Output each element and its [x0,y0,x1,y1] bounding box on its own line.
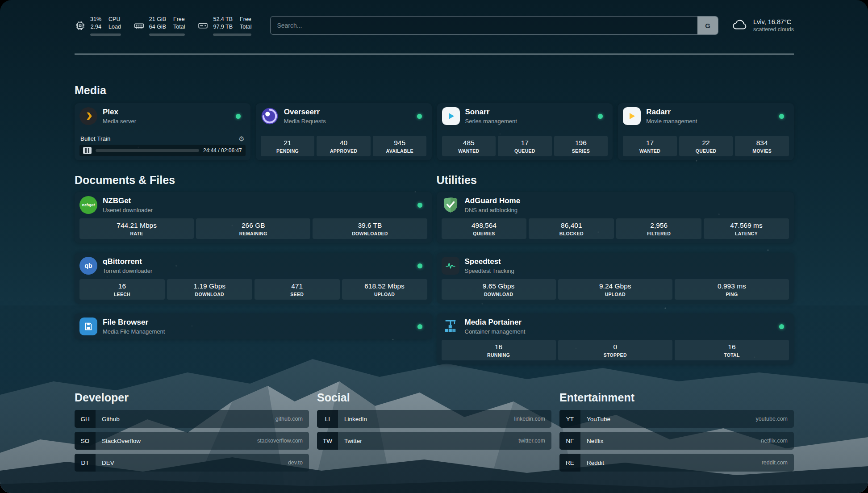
status-dot [417,263,422,268]
now-playing-title: Bullet Train [80,135,111,142]
stat-label: APPROVED [318,148,369,154]
cpu-monitor: 31% CPU 2.94 Load [75,16,121,36]
bookmark-row-netflix[interactable]: NF Netflix netflix.com [559,432,794,450]
bookmark-name: Reddit [580,454,604,472]
stat-blocked: 86,401 BLOCKED [529,218,614,239]
stat-ping: 0.993 ms PING [675,279,789,300]
stat-label: LATENCY [705,231,787,236]
stat-filtered: 2,956 FILTERED [616,218,701,239]
bookmark-row-dev[interactable]: DT DEV dev.to [75,454,309,472]
bookmark-abbr: SO [75,432,96,450]
service-card-filebrowser[interactable]: File Browser Media File Management [75,313,432,339]
service-title: AdGuard Home [465,196,521,205]
service-title: qBittorrent [103,257,152,266]
stat-label: QUEUED [500,148,550,154]
stat-queued: 22 QUEUED [679,136,733,156]
stat-series: 196 SERIES [554,136,608,156]
stat-value: 485 [444,139,494,147]
bookmark-abbr: RE [559,454,580,472]
service-card-adguard[interactable]: AdGuard Home DNS and adblocking 498,564 … [437,192,794,243]
bookmark-row-reddit[interactable]: RE Reddit reddit.com [559,454,794,472]
service-card-portainer[interactable]: Media Portainer Container management 16 … [437,313,794,364]
stat-wanted: 17 WANTED [623,136,677,156]
stat-value: 16 [443,343,554,351]
stat-value: 9.65 Gbps [443,282,554,290]
service-title: Radarr [646,108,697,117]
stat-latency: 47.569 ms LATENCY [704,218,789,239]
stat-value: 945 [375,139,425,147]
service-card-speedtest[interactable]: Speedtest Speedtest Tracking 9.65 Gbps D… [437,253,794,304]
stat-label: STOPPED [560,352,671,358]
bookmark-row-stackoverflow[interactable]: SO StackOverflow stackoverflow.com [75,432,309,450]
status-dot [779,324,784,329]
search-bar: G [270,16,718,35]
stat-value: 1.19 Gbps [169,282,250,290]
weather-location: Lviv, 16.87°C [753,18,794,25]
stat-remaining: 266 GB REMAINING [196,218,310,239]
status-dot [236,114,241,119]
weather-condition: scattered clouds [753,26,794,33]
bookmark-abbr: YT [559,410,580,428]
section-documents: Documents & Files nzbget NZBGet Usenet d… [75,174,432,364]
bookmark-abbr: TW [317,432,338,450]
bookmark-row-linkedin[interactable]: LI LinkedIn linkedin.com [317,410,551,428]
cpu-usage-value: 31% [90,16,101,24]
gear-icon[interactable]: ⚙ [238,135,244,142]
stat-leech: 16 LEECH [79,279,165,300]
stat-total: 16 TOTAL [675,340,789,360]
plex-icon [79,107,97,125]
speedtest-icon [442,257,459,275]
bookmark-abbr: DT [75,454,96,472]
overseerr-icon [261,107,279,125]
stat-value: 40 [318,139,369,147]
stat-wanted: 485 WANTED [442,136,496,156]
bookmark-name: DEV [96,454,114,472]
disk-free-value: 52.4 TB [213,16,233,24]
service-title: Speedtest [465,257,514,266]
service-subtitle: Media File Management [103,328,165,335]
topbar-divider [75,54,794,54]
memory-total-label: Total [173,23,185,31]
section-utilities: Utilities [437,174,794,364]
stat-label: SERIES [556,148,606,154]
stat-label: WANTED [444,148,494,154]
cpu-usage-label: CPU [108,16,121,24]
stat-label: AVAILABLE [375,148,425,154]
stat-value: 22 [681,139,731,147]
stat-value: 9.24 Gbps [560,282,671,290]
filebrowser-icon [79,318,97,335]
topbar: 31% CPU 2.94 Load 21 [75,14,794,37]
disk-monitor: 52.4 TB Free 97.9 TB Total [197,16,251,36]
stat-value: 834 [737,139,787,147]
status-dot [417,324,422,329]
bookmark-row-youtube[interactable]: YT YouTube youtube.com [559,410,794,428]
bookmark-group-developer: Developer GH Github github.com SO StackO… [75,391,309,472]
pause-icon[interactable] [83,147,92,154]
service-subtitle: Media Requests [284,118,326,125]
stat-download: 1.19 Gbps DOWNLOAD [167,279,252,300]
memory-icon [134,20,145,31]
disk-usage-bar [213,33,251,36]
service-card-plex[interactable]: Plex Media server Bullet Train ⚙ [75,103,250,160]
stat-label: UPLOAD [560,292,671,297]
stat-value: 39.6 TB [314,221,425,230]
service-card-sonarr[interactable]: Sonarr Series management 485 WANTED 17 Q… [437,103,613,160]
stat-queries: 498,564 QUERIES [442,218,527,239]
bookmark-row-twitter[interactable]: TW Twitter twitter.com [317,432,551,450]
service-card-radarr[interactable]: Radarr Movie management 17 WANTED 22 QUE… [618,103,794,160]
stat-label: DOWNLOADED [314,231,425,236]
stat-label: DOWNLOAD [443,292,554,297]
search-provider-button[interactable]: G [697,17,718,34]
stat-label: PENDING [263,148,313,154]
stat-movies: 834 MOVIES [735,136,789,156]
nzbget-icon: nzbget [79,196,97,214]
service-card-overseerr[interactable]: Overseerr Media Requests 21 PENDING 40 A… [256,103,432,160]
status-dot [417,114,422,119]
section-heading-social: Social [317,391,551,404]
bookmark-row-github[interactable]: GH Github github.com [75,410,309,428]
service-card-qbittorrent[interactable]: qb qBittorrent Torrent downloader 16 LEE… [75,253,432,304]
disk-total-label: Total [240,23,251,31]
search-input[interactable] [271,17,697,34]
service-card-nzbget[interactable]: nzbget NZBGet Usenet downloader 744.21 M… [75,192,432,243]
bookmark-url: twitter.com [518,432,551,450]
